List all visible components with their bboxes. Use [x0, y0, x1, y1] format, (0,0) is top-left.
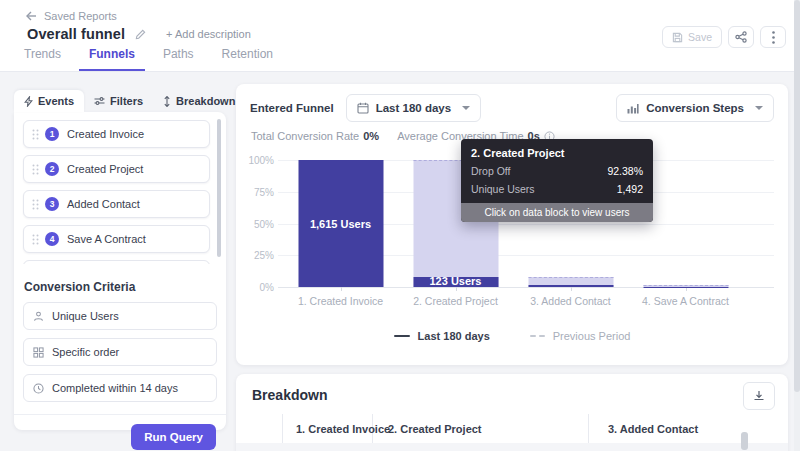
event-list-scrollbar[interactable] — [217, 119, 221, 257]
download-button[interactable] — [743, 382, 775, 410]
column-header-added-contact: 3. Added Contact — [608, 414, 698, 443]
legend-label: Last 180 days — [418, 330, 490, 342]
drag-handle-icon[interactable] — [32, 234, 39, 245]
app-window: Saved Reports Overall funnel + Add descr… — [0, 0, 800, 451]
query-builder-panel: 1 Created Invoice 2 Created Project 3 Ad… — [14, 112, 226, 430]
total-rate-value: 0% — [363, 130, 379, 142]
save-icon — [672, 32, 683, 43]
total-rate-label: Total Conversion Rate — [251, 130, 359, 142]
funnel-bar-converted[interactable] — [643, 287, 728, 288]
tab-filters[interactable]: Filters — [84, 90, 153, 112]
funnel-chart-card: Entered Funnel Last 180 days Conversion … — [236, 84, 788, 365]
tooltip-row-unique-users: Unique Users 1,492 — [461, 180, 653, 198]
y-tick: 75% — [254, 186, 274, 197]
header-actions: Save — [662, 26, 786, 48]
run-query-button[interactable]: Run Query — [131, 424, 216, 450]
drag-handle-icon[interactable] — [32, 129, 39, 140]
breakdown-table-header: 1. Created Invoice 2. Created Project 3.… — [236, 414, 788, 443]
more-menu-button[interactable] — [760, 26, 786, 48]
chart-tooltip: 2. Created Project Drop Off 92.38% Uniqu… — [461, 139, 653, 222]
list-item-event-1[interactable]: 1 Created Invoice — [23, 120, 210, 148]
grid-icon — [33, 347, 44, 358]
page-scrollbar-thumb[interactable] — [794, 0, 800, 392]
back-arrow-icon — [26, 11, 37, 21]
add-description-button[interactable]: + Add description — [166, 28, 251, 40]
list-item-event-3[interactable]: 3 Added Contact — [23, 190, 210, 218]
dashed-line-swatch — [530, 335, 545, 338]
event-label: Created Invoice — [67, 128, 144, 140]
chevron-down-icon — [462, 106, 470, 110]
back-to-saved-reports[interactable]: Saved Reports — [26, 10, 117, 22]
tab-events-label: Events — [38, 95, 74, 107]
tab-filters-label: Filters — [110, 95, 143, 107]
breakdown-title: Breakdown — [252, 387, 327, 403]
date-range-dropdown[interactable]: Last 180 days — [346, 94, 481, 122]
breakdown-table-row — [236, 443, 788, 451]
event-step-list: 1 Created Invoice 2 Created Project 3 Ad… — [14, 112, 226, 264]
tab-events[interactable]: Events — [14, 90, 84, 112]
tooltip-value: 1,492 — [617, 183, 643, 195]
tab-retention[interactable]: Retention — [212, 47, 283, 71]
funnel-bar-converted[interactable] — [413, 277, 498, 287]
tooltip-value: 92.38% — [607, 165, 643, 177]
page-title: Overall funnel — [27, 26, 125, 42]
tab-paths[interactable]: Paths — [153, 47, 204, 71]
page-scrollbar-track[interactable] — [794, 0, 800, 451]
criteria-unique-users[interactable]: Unique Users — [23, 302, 217, 330]
step-number-badge: 4 — [45, 232, 59, 246]
save-label: Save — [688, 31, 712, 43]
tooltip-title: 2. Created Project — [461, 139, 653, 162]
criteria-label: Unique Users — [52, 310, 119, 322]
bar-chart-icon — [627, 103, 639, 114]
report-type-tabs: Trends Funnels Paths Retention — [14, 47, 291, 71]
column-header-created-invoice: 1. Created Invoice — [296, 414, 390, 443]
kebab-menu-icon — [772, 31, 775, 44]
funnel-step-1: 1,615 Users — [283, 160, 398, 287]
legend-current-period[interactable]: Last 180 days — [394, 330, 490, 342]
criteria-label: Completed within 14 days — [52, 382, 178, 394]
tooltip-label: Drop Off — [471, 165, 511, 177]
lightning-icon — [24, 96, 33, 107]
conversion-criteria-title: Conversion Criteria — [24, 280, 216, 294]
edit-title-icon[interactable] — [135, 29, 146, 40]
tooltip-label: Unique Users — [471, 183, 535, 195]
date-range-value: Last 180 days — [376, 102, 451, 114]
event-label: Save A Contract — [67, 233, 146, 245]
breakdown-card: Breakdown 1. Created Invoice 2. Created … — [236, 374, 788, 451]
funnel-card-header: Entered Funnel Last 180 days Conversion … — [250, 94, 774, 122]
tooltip-row-dropoff: Drop Off 92.38% — [461, 162, 653, 180]
legend-label: Previous Period — [553, 330, 631, 342]
criteria-label: Specific order — [52, 346, 119, 358]
y-tick: 100% — [248, 155, 274, 166]
x-axis-labels: 1. Created Invoice 2. Created Project 3.… — [283, 295, 743, 307]
sliders-icon — [94, 96, 105, 106]
list-item-event-2[interactable]: 2 Created Project — [23, 155, 210, 183]
drag-handle-icon[interactable] — [32, 164, 39, 175]
tab-funnels[interactable]: Funnels — [79, 47, 145, 71]
step-number-badge: 2 — [45, 162, 59, 176]
x-tick-label: 1. Created Invoice — [283, 295, 398, 307]
tab-breakdown[interactable]: Breakdown — [153, 90, 245, 112]
save-button[interactable]: Save — [662, 26, 722, 48]
share-icon — [735, 31, 747, 43]
tab-trends[interactable]: Trends — [14, 47, 71, 71]
funnel-bar-converted[interactable] — [298, 160, 383, 287]
list-item-event-4[interactable]: 4 Save A Contract — [23, 225, 210, 253]
view-selector-value: Conversion Steps — [646, 102, 744, 114]
funnel-bar-converted[interactable] — [528, 285, 613, 287]
criteria-specific-order[interactable]: Specific order — [23, 338, 217, 366]
view-selector-dropdown[interactable]: Conversion Steps — [616, 94, 774, 122]
breakdown-scrollbar[interactable] — [741, 432, 748, 450]
top-header: Saved Reports Overall funnel + Add descr… — [0, 0, 800, 72]
share-button[interactable] — [728, 26, 754, 48]
legend-previous-period[interactable]: Previous Period — [530, 330, 631, 342]
x-tick-label: 3. Added Contact — [513, 295, 628, 307]
person-icon — [33, 311, 44, 322]
title-row: Overall funnel + Add description — [27, 26, 251, 42]
back-label: Saved Reports — [44, 10, 117, 22]
criteria-completed-within[interactable]: Completed within 14 days — [23, 374, 217, 402]
drag-handle-icon[interactable] — [32, 199, 39, 210]
list-item-event-partial[interactable] — [23, 260, 210, 264]
chevron-down-icon — [755, 106, 763, 110]
step-number-badge: 3 — [45, 197, 59, 211]
